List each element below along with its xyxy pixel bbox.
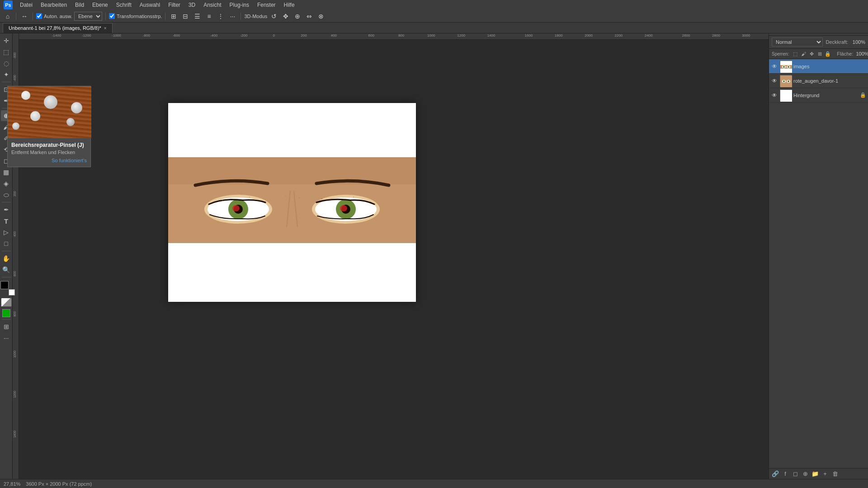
svg-point-28	[788, 80, 789, 82]
canvas-area[interactable]	[19, 40, 769, 479]
gradient-tool[interactable]: ▦	[1, 167, 12, 178]
menu-3d[interactable]: 3D	[185, 1, 199, 9]
3d-mode-label: 3D-Modus	[244, 14, 267, 19]
new-layer-btn[interactable]: +	[821, 469, 830, 479]
toolbar-sep-2	[33, 12, 33, 20]
svg-point-11	[340, 205, 347, 211]
status-bar: 27,81% 3600 Px × 2000 Px (72 ppcm)	[0, 479, 868, 488]
distribute-btn[interactable]: ⋮	[216, 11, 226, 21]
layer-name-images: images	[793, 64, 866, 69]
tool-sep-3	[2, 202, 11, 202]
path-selection-tool[interactable]: ▷	[1, 227, 12, 238]
document-tab[interactable]: Unbenannt-1 bei 27,8% (images, RGB/8)* ×	[3, 23, 113, 33]
tooltip-image	[8, 86, 91, 138]
status-size: 3600 Px × 2000 Px (72 ppcm)	[26, 481, 92, 487]
lock-icons: ⬚ 🖌 ✥ ⊞ 🔒	[792, 50, 831, 57]
foreground-color[interactable]	[0, 281, 9, 289]
menu-datei[interactable]: Datei	[16, 1, 36, 9]
canvas-white-top	[168, 103, 416, 157]
menu-bearbeiten[interactable]: Bearbeiten	[37, 1, 71, 9]
green-color-swatch[interactable]	[2, 309, 10, 317]
lasso-tool[interactable]: ◌	[1, 58, 12, 69]
zoom-tool[interactable]: 🔍	[1, 264, 12, 275]
type-tool[interactable]: T	[1, 216, 12, 226]
3d-move-btn[interactable]: ⇔	[304, 11, 314, 21]
extra-btn[interactable]: ···	[1, 333, 12, 343]
layer-style-btn[interactable]: f	[781, 469, 790, 479]
layer-visibility-rote-augen[interactable]: 👁	[771, 77, 778, 84]
layer-visibility-images[interactable]: 👁	[771, 63, 778, 70]
svg-point-13	[249, 197, 250, 197]
blur-tool[interactable]: ◈	[1, 178, 12, 189]
dodge-tool[interactable]: ⬭	[1, 189, 12, 200]
3d-rotate-btn[interactable]: ↺	[269, 11, 279, 21]
canvas-white-bottom	[168, 243, 416, 302]
layer-thumb-hintergrund	[780, 89, 792, 101]
app-icon: Ps	[4, 0, 13, 9]
pen-tool[interactable]: ✒	[1, 204, 12, 215]
svg-point-6	[232, 205, 240, 211]
menu-ansicht[interactable]: Ansicht	[200, 1, 225, 9]
tool-sep-6	[2, 319, 11, 319]
layer-visibility-hintergrund[interactable]: 👁	[771, 92, 778, 99]
align-left-btn[interactable]: ⊞	[169, 11, 179, 21]
color-swatches[interactable]	[0, 281, 12, 293]
delete-layer-btn[interactable]: 🗑	[830, 469, 840, 479]
toolbar-sep-1	[16, 12, 16, 20]
menu-schrift[interactable]: Schrift	[113, 1, 135, 9]
layer-item-images[interactable]: 👁 images	[769, 59, 868, 74]
layer-item-hintergrund[interactable]: 👁 Hintergrund 🔒	[769, 88, 868, 103]
lock-paint-btn[interactable]: 🖌	[800, 50, 807, 57]
move-tool-btn[interactable]: ↔	[19, 11, 29, 21]
move-tool[interactable]: ✛	[1, 35, 12, 46]
link-layers-btn[interactable]: 🔗	[771, 469, 780, 479]
lock-all-btn[interactable]: 🔒	[824, 50, 831, 57]
3d-zoom-btn[interactable]: ⊕	[292, 11, 302, 21]
tab-close-btn[interactable]: ×	[104, 26, 107, 31]
group-btn[interactable]: 📁	[811, 469, 820, 479]
align-center-btn[interactable]: ⊟	[180, 11, 190, 21]
tooltip-link[interactable]: So funktioniert's	[52, 158, 87, 163]
menu-bild[interactable]: Bild	[71, 1, 88, 9]
menu-filter[interactable]: Filter	[165, 1, 184, 9]
adjustment-btn[interactable]: ⊕	[801, 469, 810, 479]
home-button[interactable]: ⌂	[3, 11, 13, 21]
menu-plugins[interactable]: Plug-ins	[226, 1, 253, 9]
transform-checkbox[interactable]	[109, 13, 115, 19]
layer-item-rote-augen[interactable]: 👁 rote_augen_davor-1	[769, 74, 868, 88]
lock-artboard-btn[interactable]: ⊞	[816, 50, 823, 57]
magic-wand-tool[interactable]: ✦	[1, 69, 12, 80]
lock-move-btn[interactable]: ✥	[808, 50, 815, 57]
layer-lock-hintergrund: 🔒	[860, 92, 866, 98]
more-btn[interactable]: ···	[227, 11, 237, 21]
svg-rect-1	[168, 157, 416, 184]
auto-select-checkbox[interactable]	[36, 13, 42, 19]
mask-btn[interactable]: ◻	[791, 469, 800, 479]
3d-extra-btn[interactable]: ⊗	[316, 11, 326, 21]
menu-bar: Ps Datei Bearbeiten Bild Ebene Schrift A…	[0, 0, 868, 10]
lock-label: Sperren:	[772, 52, 789, 56]
ruler-top-content: -1400 -1200 -1000 -800 -600 -400 -200 0 …	[19, 33, 769, 39]
marquee-tool[interactable]: ⬚	[1, 47, 12, 57]
align-top-btn[interactable]: ≡	[204, 11, 214, 21]
background-color[interactable]	[9, 289, 15, 296]
svg-rect-29	[780, 90, 792, 102]
toolbar-sep-4	[165, 12, 165, 20]
shape-tool[interactable]: □	[1, 238, 12, 249]
transform-label: Transformationsstrp.	[117, 14, 162, 19]
menu-auswahl[interactable]: Auswahl	[136, 1, 164, 9]
quick-mask-btn[interactable]	[1, 298, 12, 307]
menu-hilfe[interactable]: Hilfe	[280, 1, 298, 9]
svg-rect-19	[780, 65, 792, 69]
tab-filename: Unbenannt-1 bei 27,8% (images, RGB/8)*	[9, 25, 101, 31]
lock-transparent-btn[interactable]: ⬚	[792, 50, 799, 57]
svg-point-14	[321, 198, 323, 200]
auto-select-dropdown[interactable]: Ebene	[74, 12, 102, 21]
blend-mode-select[interactable]: Normal	[772, 38, 823, 47]
menu-ebene[interactable]: Ebene	[89, 1, 112, 9]
screen-mode-btn[interactable]: ⊞	[1, 321, 12, 332]
align-right-btn[interactable]: ☰	[192, 11, 202, 21]
menu-fenster[interactable]: Fenster	[254, 1, 279, 9]
3d-pan-btn[interactable]: ✥	[281, 11, 291, 21]
hand-tool[interactable]: ✋	[1, 253, 12, 264]
